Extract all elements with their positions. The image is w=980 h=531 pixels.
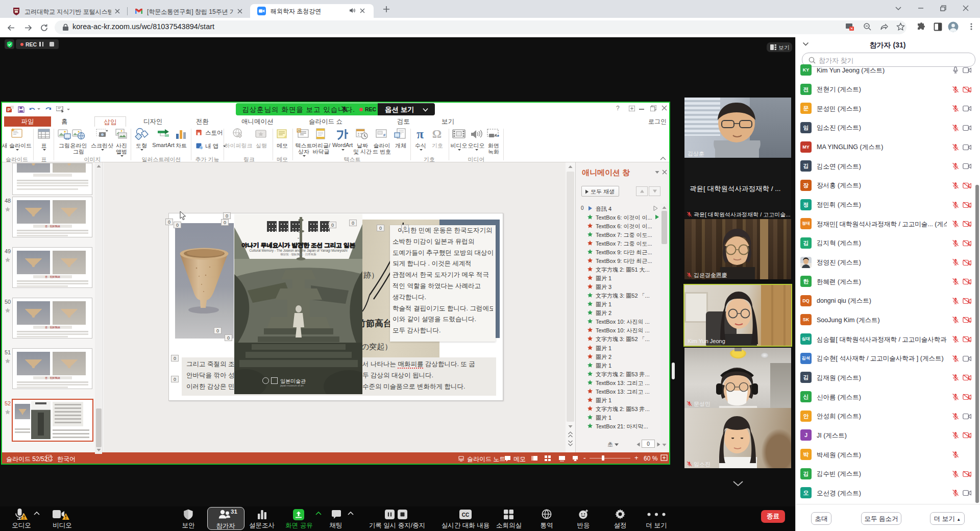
- svg-text:Ω: Ω: [432, 128, 442, 140]
- svg-text:가: 가: [298, 129, 301, 132]
- svg-text:CC: CC: [462, 512, 469, 518]
- svg-text:#: #: [383, 133, 386, 137]
- svg-text:π: π: [416, 128, 424, 140]
- svg-text:P: P: [7, 107, 10, 112]
